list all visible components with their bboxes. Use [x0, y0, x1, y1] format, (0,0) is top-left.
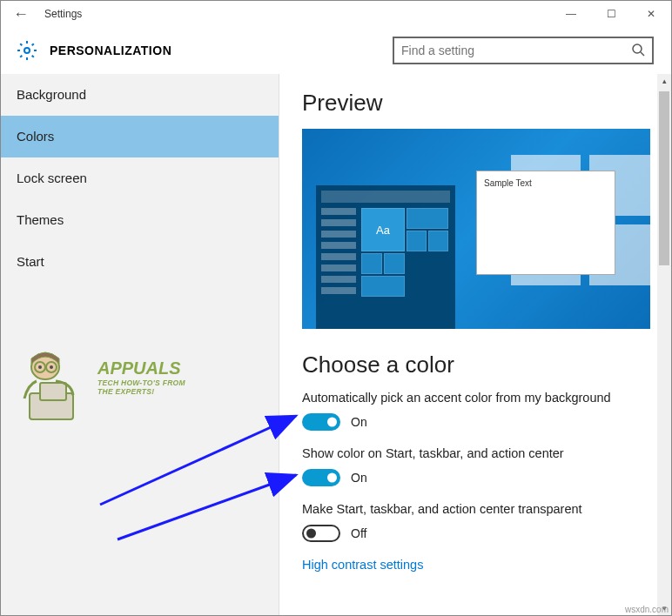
search-input[interactable]: [401, 44, 631, 57]
watermark-subtitle: THE EXPERTS!: [97, 387, 185, 396]
preview-sample-window: Sample Text: [476, 171, 615, 275]
sample-text: Sample Text: [484, 178, 532, 188]
preview-start-menu: Aa: [316, 185, 455, 329]
search-icon: [631, 43, 645, 59]
watermark-title: APPUALS: [97, 358, 185, 378]
setting-label: Make Start, taskbar, and action center t…: [302, 502, 648, 516]
setting-transparent: Make Start, taskbar, and action center t…: [302, 502, 648, 542]
toggle-state: Off: [351, 526, 366, 540]
preview-tiles: Aa: [361, 208, 450, 324]
header: PERSONALIZATION: [1, 27, 671, 74]
choose-color-heading: Choose a color: [302, 352, 648, 378]
scroll-up-icon[interactable]: ▴: [657, 74, 671, 88]
preview-tile: [384, 253, 405, 274]
back-button[interactable]: ←: [1, 5, 41, 23]
svg-rect-9: [40, 383, 66, 400]
cartoon-person-icon: [10, 348, 93, 431]
preview-tile: [407, 208, 448, 229]
toggle-state: On: [351, 471, 367, 485]
nav-colors[interactable]: Colors: [1, 116, 279, 157]
preview-app-list: [321, 208, 356, 298]
preview-tile: [407, 231, 427, 251]
nav-themes[interactable]: Themes: [1, 199, 279, 241]
appuals-watermark: APPUALS TECH HOW-TO'S FROM THE EXPERTS!: [10, 348, 193, 431]
setting-label: Automatically pick an accent color from …: [302, 391, 648, 405]
maximize-button[interactable]: ☐: [591, 1, 631, 27]
preview-tile-aa: Aa: [361, 208, 405, 251]
nav-background[interactable]: Background: [1, 74, 279, 116]
svg-line-2: [641, 52, 644, 56]
preview-heading: Preview: [302, 90, 648, 117]
sidebar: Background Colors Lock screen Themes Sta…: [1, 74, 279, 615]
toggle-state: On: [351, 415, 367, 429]
toggle-transparent[interactable]: [302, 525, 340, 542]
preview-thumbnail: Sample Text Aa: [302, 129, 650, 329]
preview-tile: [361, 276, 405, 297]
window-title: Settings: [41, 8, 551, 20]
toggle-auto-accent[interactable]: [302, 413, 340, 431]
close-button[interactable]: ✕: [631, 1, 671, 27]
titlebar: ← Settings — ☐ ✕: [1, 1, 671, 27]
nav-lock-screen[interactable]: Lock screen: [1, 157, 279, 199]
scrollbar-thumb[interactable]: [659, 91, 669, 265]
setting-auto-accent: Automatically pick an accent color from …: [302, 391, 648, 431]
svg-point-6: [38, 365, 42, 369]
page-title: PERSONALIZATION: [50, 44, 393, 57]
search-box[interactable]: [393, 37, 654, 64]
image-credit: wsxdn.com: [625, 605, 669, 614]
preview-tile: [361, 253, 382, 274]
gear-icon: [17, 40, 37, 61]
high-contrast-link[interactable]: High contrast settings: [302, 558, 648, 572]
content-pane: Preview Sample Text Aa: [279, 74, 671, 615]
scrollbar[interactable]: ▴ ▾: [657, 74, 671, 615]
settings-window: ← Settings — ☐ ✕ PERSONALIZATION Backgro…: [0, 0, 672, 616]
minimize-button[interactable]: —: [551, 1, 591, 27]
svg-point-0: [24, 48, 30, 53]
preview-tile: [428, 231, 448, 251]
watermark-subtitle: TECH HOW-TO'S FROM: [97, 378, 185, 387]
svg-point-7: [50, 365, 53, 369]
setting-show-color: Show color on Start, taskbar, and action…: [302, 446, 648, 486]
setting-label: Show color on Start, taskbar, and action…: [302, 446, 648, 460]
preview-search-bar: [321, 191, 450, 203]
toggle-show-color[interactable]: [302, 469, 340, 486]
body: Background Colors Lock screen Themes Sta…: [1, 74, 671, 615]
nav-start[interactable]: Start: [1, 241, 279, 283]
svg-point-1: [633, 44, 642, 53]
